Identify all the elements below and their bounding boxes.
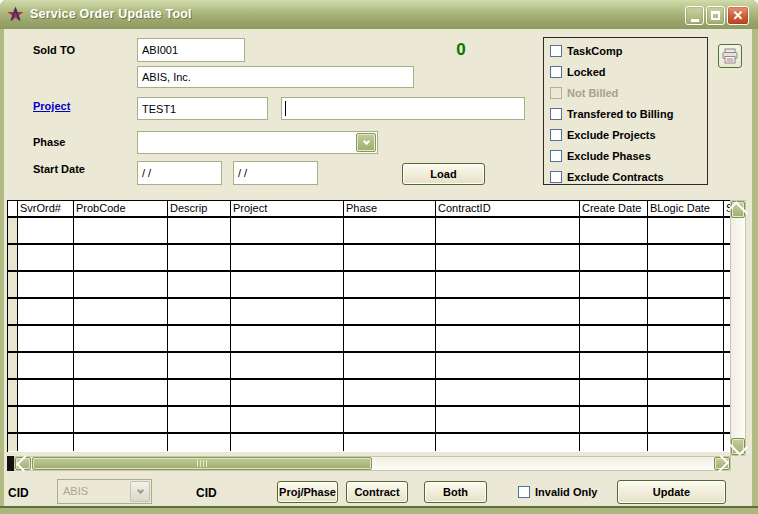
- grid-cell[interactable]: [18, 218, 74, 243]
- row-selector-cell[interactable]: [8, 245, 18, 270]
- grid-cell[interactable]: [344, 434, 436, 451]
- column-header-selector[interactable]: [8, 201, 18, 216]
- minimize-button[interactable]: [685, 6, 704, 25]
- column-header-phase[interactable]: Phase: [344, 201, 436, 216]
- grid-cell[interactable]: [580, 299, 648, 324]
- grid-cell[interactable]: [648, 353, 724, 378]
- grid-cell[interactable]: [18, 380, 74, 405]
- column-header-svrord-[interactable]: SvrOrd#: [18, 201, 74, 216]
- row-selector-cell[interactable]: [8, 380, 18, 405]
- grid-cell[interactable]: [436, 326, 580, 351]
- grid-cell[interactable]: [18, 353, 74, 378]
- grid-cell[interactable]: [18, 434, 74, 451]
- grid-vertical-scrollbar[interactable]: [730, 200, 746, 456]
- grid-cell[interactable]: [648, 299, 724, 324]
- grid-cell[interactable]: [231, 353, 344, 378]
- sold-to-name-input[interactable]: [137, 66, 414, 88]
- grid-cell[interactable]: [344, 380, 436, 405]
- row-selector-cell[interactable]: [8, 407, 18, 432]
- grid-cell[interactable]: [648, 326, 724, 351]
- column-header-contractid[interactable]: ContractID: [436, 201, 580, 216]
- grid-cell[interactable]: [231, 218, 344, 243]
- project-code-input[interactable]: [137, 97, 268, 120]
- grid-cell[interactable]: [580, 407, 648, 432]
- grid-cell[interactable]: [168, 218, 231, 243]
- checkbox-icon[interactable]: [550, 66, 562, 78]
- start-date-from-input[interactable]: [137, 161, 222, 185]
- grid-cell[interactable]: [580, 353, 648, 378]
- grid-cell[interactable]: [436, 299, 580, 324]
- scroll-left-button[interactable]: [15, 457, 31, 470]
- checkbox-icon[interactable]: [550, 150, 562, 162]
- grid-horizontal-scrollbar[interactable]: [14, 456, 731, 471]
- filter-taskcomp[interactable]: TaskComp: [550, 43, 622, 59]
- sold-to-code-input[interactable]: [137, 38, 245, 62]
- grid-cell[interactable]: [168, 353, 231, 378]
- grid-cell[interactable]: [74, 380, 168, 405]
- update-button[interactable]: Update: [617, 480, 726, 504]
- grid-cell[interactable]: [344, 407, 436, 432]
- print-button[interactable]: [718, 44, 742, 68]
- grid-cell[interactable]: [436, 218, 580, 243]
- grid-cell[interactable]: [436, 245, 580, 270]
- maximize-button[interactable]: [706, 6, 725, 25]
- grid-cell[interactable]: [74, 407, 168, 432]
- grid-cell[interactable]: [231, 407, 344, 432]
- grid-cell[interactable]: [580, 245, 648, 270]
- grid-cell[interactable]: [74, 272, 168, 297]
- project-desc-input[interactable]: [281, 97, 525, 120]
- grid-cell[interactable]: [344, 218, 436, 243]
- phase-select[interactable]: [137, 131, 378, 154]
- grid-cell[interactable]: [648, 272, 724, 297]
- grid-cell[interactable]: [168, 434, 231, 451]
- row-selector-cell[interactable]: [8, 353, 18, 378]
- grid-cell[interactable]: [344, 299, 436, 324]
- grid-cell[interactable]: [231, 245, 344, 270]
- checkbox-icon[interactable]: [550, 171, 562, 183]
- filter-exclude-phases[interactable]: Exclude Phases: [550, 148, 651, 164]
- grid-cell[interactable]: [168, 299, 231, 324]
- grid-cell[interactable]: [436, 434, 580, 451]
- grid-cell[interactable]: [580, 272, 648, 297]
- grid-cell[interactable]: [231, 380, 344, 405]
- grid-cell[interactable]: [648, 434, 724, 451]
- column-header-descrip[interactable]: Descrip: [168, 201, 231, 216]
- proj-phase-button[interactable]: Proj/Phase: [277, 481, 338, 503]
- grid-cell[interactable]: [18, 272, 74, 297]
- close-button[interactable]: ✕: [727, 6, 749, 25]
- grid-cell[interactable]: [74, 299, 168, 324]
- grid-cell[interactable]: [168, 326, 231, 351]
- grid-cell[interactable]: [648, 245, 724, 270]
- row-selector-cell[interactable]: [8, 272, 18, 297]
- row-selector-cell[interactable]: [8, 326, 18, 351]
- grid-cell[interactable]: [18, 245, 74, 270]
- grid-cell[interactable]: [231, 299, 344, 324]
- grid-cell[interactable]: [18, 326, 74, 351]
- contract-button[interactable]: Contract: [346, 481, 408, 503]
- grid-cell[interactable]: [344, 353, 436, 378]
- grid-cell[interactable]: [436, 407, 580, 432]
- invalid-only-checkbox[interactable]: Invalid Only: [518, 484, 597, 500]
- grid-cell[interactable]: [18, 407, 74, 432]
- grid-cell[interactable]: [580, 218, 648, 243]
- grid-cell[interactable]: [168, 407, 231, 432]
- both-button[interactable]: Both: [424, 481, 487, 503]
- grid-cell[interactable]: [436, 272, 580, 297]
- load-button[interactable]: Load: [402, 163, 485, 185]
- scroll-down-button[interactable]: [731, 438, 745, 455]
- chevron-down-icon[interactable]: [356, 133, 376, 152]
- filter-exclude-projects[interactable]: Exclude Projects: [550, 127, 656, 143]
- grid-cell[interactable]: [648, 380, 724, 405]
- column-header-create-date[interactable]: Create Date: [580, 201, 648, 216]
- filter-transfered-to-billing[interactable]: Transfered to Billing: [550, 106, 673, 122]
- filter-exclude-contracts[interactable]: Exclude Contracts: [550, 169, 664, 185]
- title-bar[interactable]: Service Order Update Tool ✕: [0, 0, 758, 29]
- filter-locked[interactable]: Locked: [550, 64, 606, 80]
- grid-cell[interactable]: [74, 353, 168, 378]
- grid-cell[interactable]: [168, 380, 231, 405]
- grid-cell[interactable]: [168, 272, 231, 297]
- grid-cell[interactable]: [648, 218, 724, 243]
- grid-cell[interactable]: [74, 434, 168, 451]
- grid-cell[interactable]: [344, 326, 436, 351]
- grid-cell[interactable]: [231, 272, 344, 297]
